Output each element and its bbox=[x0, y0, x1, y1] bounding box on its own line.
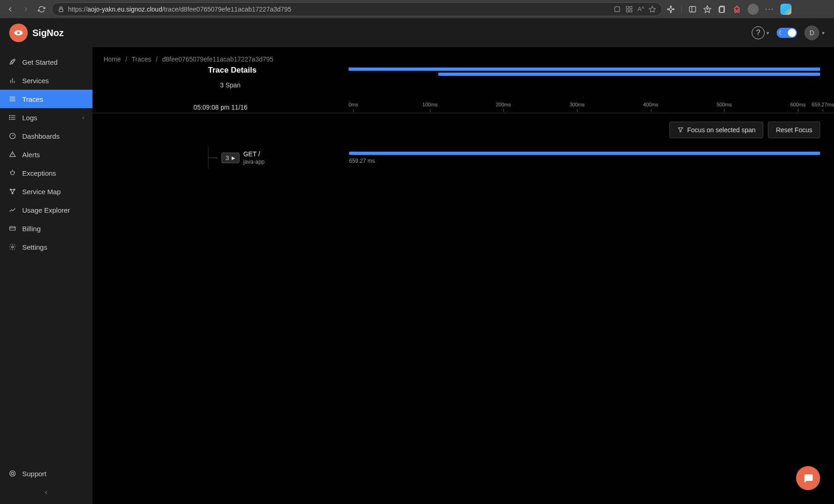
svg-rect-3 bbox=[630, 6, 632, 9]
support-icon bbox=[8, 469, 17, 478]
sidebar-item-logs[interactable]: Logs › bbox=[0, 108, 92, 127]
browser-chrome: https://aojo-yakn.eu.signoz.cloud/trace/… bbox=[0, 0, 834, 18]
chevron-down-icon: ▾ bbox=[767, 30, 769, 36]
sidebar-item-alerts[interactable]: Alerts bbox=[0, 145, 92, 164]
sidebar-icon[interactable] bbox=[688, 5, 697, 13]
logo[interactable]: SigNoz bbox=[9, 24, 64, 42]
url-bar[interactable]: https://aojo-yakn.eu.signoz.cloud/trace/… bbox=[52, 2, 662, 16]
card-icon bbox=[8, 224, 17, 233]
bug-icon bbox=[8, 169, 17, 177]
profile-button[interactable] bbox=[748, 4, 759, 15]
forward-button[interactable] bbox=[20, 4, 31, 15]
theme-toggle[interactable]: ☾ bbox=[777, 28, 797, 38]
more-icon[interactable]: ··· bbox=[765, 5, 774, 13]
svg-point-29 bbox=[11, 171, 14, 175]
url-text: https://aojo-yakn.eu.signoz.cloud/trace/… bbox=[68, 6, 291, 13]
svg-point-24 bbox=[9, 115, 10, 116]
chevron-left-icon bbox=[43, 489, 49, 496]
back-button[interactable] bbox=[5, 4, 16, 15]
span-duration-bar bbox=[349, 152, 820, 155]
extensions-icon[interactable] bbox=[733, 5, 741, 13]
sidebar-item-exceptions[interactable]: Exceptions bbox=[0, 164, 92, 182]
svg-point-26 bbox=[9, 119, 10, 119]
chat-icon bbox=[803, 473, 814, 484]
focus-span-button[interactable]: Focus on selected span bbox=[669, 122, 764, 138]
sidebar-item-settings[interactable]: Settings bbox=[0, 238, 92, 256]
svg-point-42 bbox=[10, 471, 15, 476]
sidebar-item-label: Exceptions bbox=[22, 169, 56, 177]
collapse-sidebar-button[interactable] bbox=[0, 483, 92, 504]
toggle-knob bbox=[788, 29, 796, 37]
sidebar-item-get-started[interactable]: Get Started bbox=[0, 53, 92, 71]
svg-line-37 bbox=[11, 190, 12, 193]
sidebar-item-service-map[interactable]: Service Map bbox=[0, 182, 92, 201]
svg-rect-5 bbox=[630, 10, 632, 12]
refresh-button[interactable] bbox=[36, 4, 47, 15]
favorites-icon[interactable] bbox=[703, 5, 711, 13]
svg-line-38 bbox=[12, 190, 14, 193]
sidebar-item-label: Traces bbox=[22, 95, 43, 103]
caret-right-icon: ▶ bbox=[232, 155, 235, 160]
sidebar-item-label: Support bbox=[22, 470, 47, 478]
sidebar-item-support[interactable]: Support bbox=[0, 464, 92, 483]
sidebar-item-usage-explorer[interactable]: Usage Explorer bbox=[0, 201, 92, 219]
trace-overview[interactable] bbox=[349, 68, 834, 78]
sidebar-item-billing[interactable]: Billing bbox=[0, 219, 92, 238]
main-content: Home / Traces / d8fee0765079efe11acab172… bbox=[92, 47, 834, 504]
svg-point-14 bbox=[17, 31, 20, 34]
user-menu[interactable]: D ▾ bbox=[804, 25, 825, 40]
span-expand-button[interactable]: 3 ▶ bbox=[221, 153, 239, 163]
help-icon: ? bbox=[756, 29, 760, 37]
moon-icon: ☾ bbox=[779, 30, 784, 36]
app-icon[interactable] bbox=[613, 6, 621, 13]
separator bbox=[681, 5, 682, 13]
sidebar-item-label: Services bbox=[22, 77, 49, 85]
rocket-icon bbox=[8, 58, 17, 66]
span-duration-label: 659.27 ms bbox=[349, 158, 820, 164]
tree-connector bbox=[208, 158, 218, 158]
sidebar-item-label: Settings bbox=[22, 243, 47, 251]
extension-icon[interactable] bbox=[667, 5, 675, 13]
chevron-right-icon: › bbox=[82, 115, 84, 120]
bar-chart-icon bbox=[8, 76, 17, 85]
chat-button[interactable] bbox=[796, 466, 820, 490]
svg-point-6 bbox=[669, 8, 672, 11]
alert-icon bbox=[8, 150, 17, 159]
sidebar-item-label: Alerts bbox=[22, 151, 40, 159]
text-size-icon[interactable]: AA bbox=[638, 6, 644, 12]
star-icon[interactable] bbox=[649, 6, 656, 13]
copilot-button[interactable] bbox=[780, 4, 791, 15]
svg-point-43 bbox=[11, 472, 13, 474]
reset-focus-button[interactable]: Reset Focus bbox=[768, 122, 820, 138]
page-title: Trace Details bbox=[208, 66, 349, 75]
svg-rect-1 bbox=[615, 6, 620, 12]
list-icon bbox=[8, 113, 17, 122]
logo-icon bbox=[9, 24, 28, 42]
menu-icon bbox=[8, 95, 17, 103]
span-row[interactable]: 3 ▶ GET / java-app 659.27 ms bbox=[208, 147, 834, 169]
sidebar-item-services[interactable]: Services bbox=[0, 71, 92, 90]
sidebar-item-traces[interactable]: Traces bbox=[0, 90, 92, 108]
help-button[interactable]: ? ▾ bbox=[752, 26, 769, 39]
logo-text: SigNoz bbox=[32, 28, 64, 38]
chart-icon bbox=[8, 206, 17, 214]
sidebar-item-label: Usage Explorer bbox=[22, 206, 70, 214]
collections-icon[interactable] bbox=[718, 5, 726, 13]
sidebar-item-dashboards[interactable]: Dashboards bbox=[0, 127, 92, 145]
sidebar-item-label: Logs bbox=[22, 114, 37, 122]
filter-icon bbox=[677, 127, 684, 133]
svg-rect-39 bbox=[10, 227, 15, 230]
top-bar: SigNoz ? ▾ ☾ D ▾ bbox=[0, 18, 834, 47]
lock-icon bbox=[58, 6, 64, 12]
sidebar-item-label: Service Map bbox=[22, 188, 61, 196]
dashboard-icon bbox=[8, 132, 17, 140]
svg-point-41 bbox=[12, 246, 13, 248]
avatar: D bbox=[804, 25, 819, 40]
span-count: 3 Span bbox=[208, 81, 349, 89]
timeline-timestamp: 05:09:08 pm 11/16 bbox=[92, 102, 349, 113]
span-name: GET / bbox=[243, 150, 264, 158]
svg-rect-4 bbox=[626, 10, 629, 12]
network-icon bbox=[8, 187, 17, 196]
grid-icon[interactable] bbox=[626, 6, 633, 13]
chevron-down-icon: ▾ bbox=[822, 30, 825, 36]
